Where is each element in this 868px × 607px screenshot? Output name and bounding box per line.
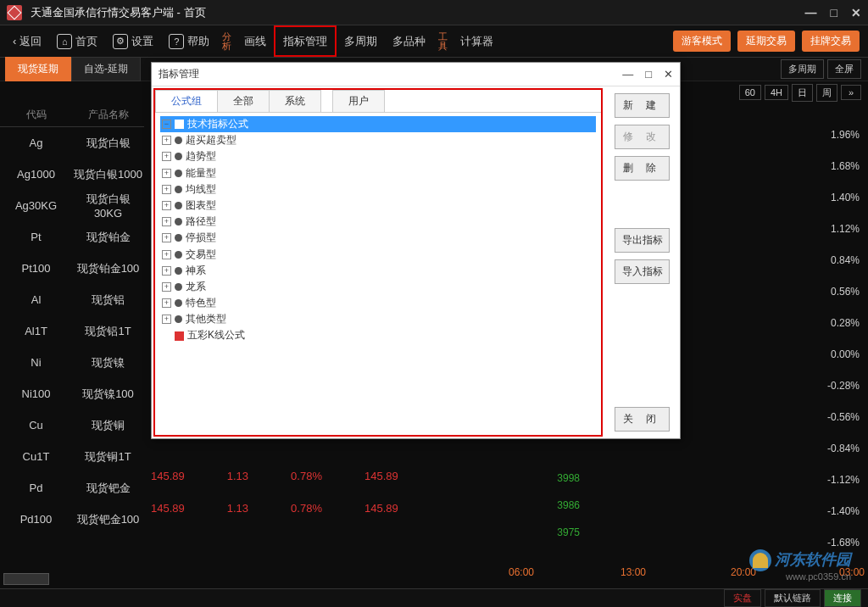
close-button[interactable]: 关 闭 [615, 407, 670, 432]
multi-period-btn[interactable]: 多周期 [781, 59, 824, 79]
product-row[interactable]: Ag30KG现货白银30KG [0, 190, 144, 221]
guest-mode-button[interactable]: 游客模式 [673, 31, 731, 52]
tree-item[interactable]: +特色型 [160, 295, 596, 311]
expand-icon[interactable]: + [162, 169, 171, 178]
y-tick: 3986 [557, 499, 580, 511]
product-row[interactable]: Pt100现货铂金100 [0, 253, 144, 284]
product-row[interactable]: Cu1T现货铜1T [0, 441, 144, 472]
product-row[interactable]: Ag现货白银 [0, 127, 144, 159]
home-icon: ⌂ [57, 34, 72, 49]
status-conn[interactable]: 连接 [824, 589, 861, 607]
pct-value: -1.68% [827, 537, 860, 549]
node-icon [175, 202, 182, 209]
expand-icon[interactable]: + [162, 233, 171, 242]
tree-item[interactable]: +图表型 [160, 198, 596, 214]
dlg-tab-system[interactable]: 系统 [269, 90, 321, 112]
node-icon [175, 153, 182, 160]
delete-button[interactable]: 删 除 [615, 156, 670, 181]
tree-item[interactable]: +其他类型 [160, 311, 596, 327]
fullscreen-btn[interactable]: 全屏 [827, 59, 861, 79]
tree-item[interactable]: +路径型 [160, 214, 596, 230]
tree-item[interactable]: +停损型 [160, 230, 596, 246]
gear-icon: ⚙ [113, 34, 128, 49]
settings-button[interactable]: ⚙设置 [105, 25, 161, 57]
indicator-mgmt-button[interactable]: 指标管理 [274, 25, 337, 57]
status-link[interactable]: 默认链路 [765, 589, 821, 607]
status-live[interactable]: 实盘 [724, 589, 761, 607]
listing-trade-button[interactable]: 挂牌交易 [802, 31, 860, 52]
expand-icon[interactable]: + [162, 185, 171, 194]
deferred-trade-button[interactable]: 延期交易 [737, 31, 795, 52]
period-btn[interactable]: 日 [792, 84, 813, 102]
home-button[interactable]: ⌂首页 [49, 25, 105, 57]
expand-icon[interactable]: + [162, 266, 171, 276]
pct-value: 1.96% [831, 129, 860, 141]
node-icon [175, 283, 182, 291]
dialog-minimize-icon[interactable]: — [622, 68, 633, 81]
period-btn[interactable]: » [841, 85, 861, 100]
tab-self-deferred[interactable]: 自选-延期 [71, 57, 141, 81]
multi-variety-button[interactable]: 多品种 [385, 25, 433, 57]
pct-value: -1.12% [827, 474, 860, 486]
help-icon: ? [169, 34, 184, 49]
calculator-button[interactable]: 计算器 [453, 25, 501, 57]
line-button[interactable]: 画线 [236, 25, 274, 57]
dialog-close-icon[interactable]: ✕ [664, 68, 673, 81]
tree-item[interactable]: +超买超卖型 [160, 132, 596, 148]
tree-item[interactable]: +均线型 [160, 181, 596, 198]
dlg-tab-all[interactable]: 全部 [217, 90, 270, 112]
tree-item[interactable]: +趋势型 [160, 148, 596, 164]
expand-icon[interactable]: + [162, 282, 171, 292]
back-button[interactable]: ‹返回 [5, 25, 49, 57]
product-row[interactable]: Cu现货铜 [0, 409, 144, 441]
expand-icon[interactable]: + [162, 250, 171, 259]
product-row[interactable]: Ni现货镍 [0, 347, 144, 378]
tree-root[interactable]: − 技术指标公式 [160, 116, 596, 132]
h-scrollbar[interactable] [3, 573, 49, 585]
tree-item[interactable]: +交易型 [160, 247, 596, 263]
dlg-tab-formula[interactable]: 公式组 [155, 90, 218, 112]
product-row[interactable]: Pd100现货钯金100 [0, 504, 144, 535]
minimize-icon[interactable]: — [805, 6, 817, 19]
export-button[interactable]: 导出指标 [615, 228, 670, 253]
folder-icon [175, 120, 184, 129]
table-row: 145.891.130.78%145.89 [151, 502, 398, 515]
product-row[interactable]: Ag1000现货白银1000 [0, 159, 144, 190]
expand-icon[interactable]: + [162, 201, 171, 210]
period-btn[interactable]: 周 [816, 84, 837, 102]
expand-icon[interactable]: + [162, 315, 171, 324]
new-button[interactable]: 新 建 [615, 93, 670, 118]
dialog-button-pane: 新 建 修 改 删 除 导出指标 导入指标 关 闭 [604, 86, 680, 438]
expand-icon[interactable]: + [162, 217, 171, 226]
analysis-button[interactable]: 分 析 [217, 25, 236, 57]
collapse-icon[interactable]: − [162, 120, 171, 129]
expand-icon[interactable]: + [162, 136, 171, 145]
tree-item[interactable]: +能量型 [160, 165, 596, 181]
close-icon[interactable]: ✕ [851, 6, 861, 19]
maximize-icon[interactable]: □ [831, 6, 837, 19]
product-row[interactable]: Al现货铝 [0, 284, 144, 315]
table-row: 145.891.130.78%145.89 [151, 470, 398, 482]
tree-item[interactable]: +龙系 [160, 279, 596, 295]
import-button[interactable]: 导入指标 [615, 259, 670, 284]
product-row[interactable]: Al1T现货铝1T [0, 315, 144, 347]
tree-item[interactable]: +神系 [160, 263, 596, 279]
multi-period-button[interactable]: 多周期 [337, 25, 385, 57]
node-icon [175, 299, 182, 307]
dialog-maximize-icon[interactable]: □ [645, 68, 652, 81]
expand-icon[interactable]: + [162, 152, 171, 161]
tree-kline[interactable]: 五彩K线公式 [160, 327, 596, 343]
dlg-tab-user[interactable]: 用户 [332, 90, 385, 112]
period-btn[interactable]: 4H [765, 85, 788, 100]
period-btn[interactable]: 60 [739, 85, 761, 100]
product-table: 代码 产品名称 Ag现货白银Ag1000现货白银1000Ag30KG现货白银30… [0, 103, 144, 570]
product-row[interactable]: Pd现货钯金 [0, 472, 144, 504]
product-row[interactable]: Ni100现货镍100 [0, 378, 144, 409]
expand-icon[interactable]: + [162, 298, 171, 308]
pct-value: 0.28% [831, 317, 860, 329]
edit-button[interactable]: 修 改 [615, 125, 670, 149]
help-button[interactable]: ?帮助 [161, 25, 217, 57]
tools-button[interactable]: 工 具 [433, 25, 453, 57]
product-row[interactable]: Pt现货铂金 [0, 221, 144, 253]
tab-spot-deferred[interactable]: 现货延期 [5, 57, 71, 81]
